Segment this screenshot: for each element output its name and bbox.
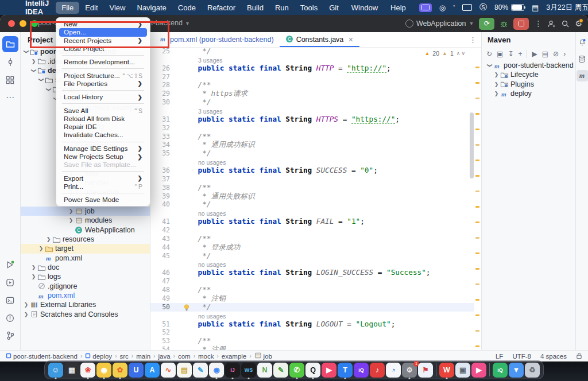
maven-item-poor-student-backend[interactable]: ❯mpoor-student-backend: [482, 61, 575, 70]
search-icon[interactable]: [561, 20, 570, 28]
line-number[interactable]: 34: [150, 141, 170, 149]
run-button[interactable]: ⟳: [479, 18, 494, 30]
code-line[interactable]: 31 public static final String HTTPS = "h…: [150, 115, 474, 124]
warning-stripe-mark[interactable]: [475, 82, 479, 84]
code-line[interactable]: 34 * 通用成功标识: [150, 141, 474, 149]
dock-icon-wechat[interactable]: ✆: [289, 363, 304, 378]
zoom-window-button[interactable]: [31, 20, 38, 27]
menu-item-file-properties[interactable]: File Properties❯: [59, 80, 147, 88]
menubar-item-help[interactable]: Help: [385, 2, 412, 14]
menubar-item-navigate[interactable]: Navigate: [131, 2, 172, 14]
line-number[interactable]: 40: [150, 200, 170, 209]
more-actions-icon[interactable]: ⋮: [534, 19, 542, 28]
line-number[interactable]: 25: [150, 47, 170, 56]
line-number[interactable]: 26: [150, 64, 170, 73]
breadcrumb-item-mock[interactable]: mock: [198, 353, 214, 360]
database-tool-icon[interactable]: [577, 53, 588, 65]
breadcrumb-item-example[interactable]: example: [222, 353, 246, 360]
close-icon[interactable]: ✕: [348, 36, 353, 44]
code-line[interactable]: 45 */: [150, 252, 474, 261]
menubar-item-run[interactable]: Run: [269, 2, 295, 14]
tree-item-doc[interactable]: ❯doc: [21, 263, 150, 272]
dock-icon-baidu-pan[interactable]: ◔: [386, 363, 401, 378]
code-line[interactable]: 38 /**: [150, 184, 474, 192]
menubar-item-edit[interactable]: Edit: [79, 2, 103, 14]
code-line[interactable]: 48 /**: [150, 286, 474, 294]
warning-stripe-mark[interactable]: [475, 221, 479, 223]
warning-stripe-mark[interactable]: [475, 98, 479, 99]
line-number[interactable]: 45: [150, 252, 170, 261]
code-line[interactable]: 53 /**: [150, 337, 474, 345]
warning-stripe-mark[interactable]: [475, 190, 479, 192]
code-line[interactable]: 28 /**: [150, 81, 474, 90]
warning-stripe-mark[interactable]: [475, 160, 479, 161]
line-number[interactable]: 33: [150, 133, 170, 141]
tree-item-modules[interactable]: ❯modules: [21, 216, 150, 225]
maven-tool-icon[interactable]: m: [577, 70, 588, 81]
lock-icon[interactable]: [576, 352, 582, 360]
dock-icon-video-pink-2[interactable]: ▶: [471, 363, 486, 378]
code-line[interactable]: 54 * 注册: [150, 345, 474, 350]
menubar-item-code[interactable]: Code: [172, 2, 202, 14]
line-number[interactable]: 39: [150, 192, 170, 201]
battery-indicator[interactable]: 80%: [494, 3, 524, 11]
dock-icon-navicat[interactable]: N: [257, 363, 272, 378]
code-line[interactable]: 33 /**: [150, 133, 474, 141]
warning-stripe-mark[interactable]: [475, 175, 479, 177]
debug-button[interactable]: [500, 20, 508, 28]
dock-icon-tencent-docs[interactable]: T: [338, 363, 353, 378]
dock-icon-downloads-folder[interactable]: ▼: [509, 363, 524, 378]
inlay-hint-row[interactable]: no usages: [150, 158, 474, 166]
menu-item-print---[interactable]: Print...⌃P: [59, 182, 147, 190]
line-number[interactable]: 32: [150, 124, 170, 133]
tree-item-external-libraries[interactable]: ❯External Libraries: [21, 300, 150, 309]
maven-toolbar-icon[interactable]: ↻: [486, 50, 492, 58]
vcs-widget[interactable]: t-backend▼: [151, 19, 190, 27]
menu-item-close-project[interactable]: Close Project: [59, 45, 147, 53]
menu-item-new[interactable]: New❯: [59, 20, 147, 28]
dock-icon-netease-music[interactable]: ♪: [370, 363, 385, 378]
code-line[interactable]: 39 * 通用失败标识: [150, 192, 474, 201]
more-tools-icon[interactable]: ⋯: [2, 90, 18, 106]
app-name[interactable]: IntelliJ IDEA: [20, 0, 55, 16]
maven-toolbar-icon[interactable]: +: [518, 50, 522, 58]
tree-item-webapplication[interactable]: CWebApplication: [21, 226, 150, 235]
warning-stripe-mark[interactable]: [475, 237, 479, 239]
maven-item-plugins[interactable]: ❯Plugins: [482, 80, 575, 89]
inlay-hint-row[interactable]: 3 usages: [150, 107, 474, 115]
project-tool-icon[interactable]: [2, 36, 18, 52]
line-number[interactable]: 44: [150, 243, 170, 252]
warning-stripe-mark[interactable]: [475, 299, 479, 301]
dock-icon-flag-app[interactable]: ⚑: [418, 363, 433, 378]
dock-icon-koi-fish[interactable]: ✿: [113, 363, 127, 378]
dock-icon-notes[interactable]: ▤: [177, 363, 192, 378]
menu-item-save-file-as-template---[interactable]: Save File as Template...: [59, 161, 147, 169]
line-number[interactable]: 52: [150, 328, 170, 337]
problems-tool-icon[interactable]: [2, 310, 18, 326]
line-number[interactable]: 27: [150, 73, 170, 81]
dock-icon-health-curve[interactable]: ∿: [161, 363, 176, 378]
breadcrumb-item-deploy[interactable]: deploy: [85, 353, 112, 360]
maven-panel-header[interactable]: Maven: [482, 32, 575, 47]
add-user-icon[interactable]: [547, 20, 556, 28]
inlay-hint-row[interactable]: 3 usages: [150, 56, 474, 64]
code-line[interactable]: 30 */: [150, 98, 474, 107]
inlay-hint-row[interactable]: no usages: [150, 312, 474, 320]
breadcrumb-item-src[interactable]: src: [119, 353, 128, 360]
warning-stripe-mark[interactable]: [475, 345, 479, 347]
dock-icon-app-store[interactable]: A: [145, 363, 160, 378]
tab-constants.java[interactable]: CConstants.java✕: [280, 32, 359, 47]
code-line[interactable]: 25 */: [150, 47, 474, 56]
line-number[interactable]: 49: [150, 294, 170, 303]
line-number[interactable]: 41: [150, 217, 170, 226]
maven-toolbar-icon[interactable]: ▤: [542, 50, 548, 58]
warning-stripe-mark[interactable]: [475, 129, 479, 130]
tree-item-job[interactable]: ❯job: [21, 207, 150, 216]
line-number[interactable]: 38: [150, 184, 170, 192]
menu-item-invalidate-caches---[interactable]: Invalidate Caches...: [59, 131, 147, 139]
menu-item-project-structure---[interactable]: Project Structure...⌃⌥⇧S: [59, 71, 147, 79]
warning-stripe-mark[interactable]: [475, 330, 479, 332]
menu-item-reload-all-from-disk[interactable]: Reload All from Disk: [59, 115, 147, 123]
menubar-item-build[interactable]: Build: [241, 2, 269, 14]
maven-item-lifecycle[interactable]: ❯Lifecycle: [482, 70, 575, 79]
